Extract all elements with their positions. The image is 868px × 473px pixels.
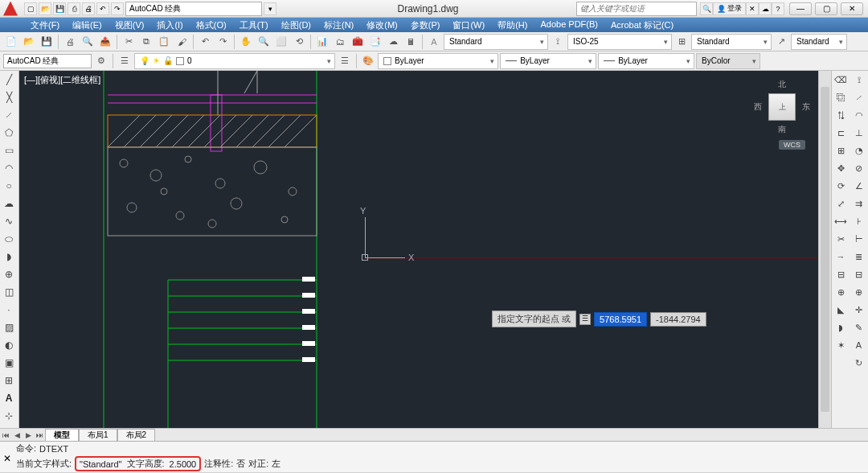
tolerance-icon[interactable]: ⊕: [850, 283, 868, 301]
dimspace-icon[interactable]: ≣: [850, 248, 868, 265]
qdim-icon[interactable]: ⇉: [850, 195, 868, 212]
pline-icon[interactable]: ⟋: [0, 106, 18, 124]
trim-icon[interactable]: ✂: [832, 230, 850, 248]
menu-window[interactable]: 窗口(W): [446, 18, 491, 32]
menu-view[interactable]: 视图(V): [108, 18, 151, 32]
linetype-dropdown[interactable]: ── ByLayer: [500, 53, 596, 69]
ellipse-arc-icon[interactable]: ◗: [0, 248, 18, 265]
menu-draw[interactable]: 绘图(D): [275, 18, 317, 32]
tab-layout2[interactable]: 布局2: [117, 429, 156, 441]
text-style-icon[interactable]: A: [426, 34, 442, 50]
chamfer-icon[interactable]: ◣: [832, 301, 850, 319]
menu-format[interactable]: 格式(O): [190, 18, 233, 32]
dynamic-input-y[interactable]: -1844.2794: [650, 312, 706, 327]
workspace-combo-2[interactable]: AutoCAD 经典: [3, 54, 92, 68]
dimedit-icon[interactable]: ✎: [850, 319, 868, 336]
plot2-icon[interactable]: 🖨: [62, 34, 78, 50]
circle-icon[interactable]: ○: [0, 177, 18, 195]
workspace-dropdown[interactable]: AutoCAD 经典: [125, 2, 262, 16]
menu-insert[interactable]: 插入(I): [150, 18, 189, 32]
new-icon[interactable]: ▢: [24, 2, 37, 15]
polygon-icon[interactable]: ⬠: [0, 124, 18, 142]
vertical-scrollbar[interactable]: [818, 71, 831, 428]
line-icon[interactable]: ╱: [0, 71, 18, 88]
rectangle-icon[interactable]: ▭: [0, 142, 18, 159]
preview-icon[interactable]: 🔍: [80, 34, 96, 50]
copy-icon[interactable]: ⧉: [138, 34, 154, 50]
publish-icon[interactable]: 📤: [97, 34, 113, 50]
text-style-dropdown[interactable]: Standard: [444, 34, 548, 50]
maximize-button[interactable]: ▢: [815, 2, 837, 15]
arc-icon[interactable]: ◠: [0, 159, 18, 177]
block-icon[interactable]: ◫: [0, 283, 18, 301]
extend-icon[interactable]: →: [832, 248, 850, 265]
dimtedit-icon[interactable]: A: [850, 336, 868, 354]
dimbreak-icon[interactable]: ⊟: [850, 265, 868, 283]
copy2-icon[interactable]: ⿻: [832, 88, 850, 106]
break-icon[interactable]: ⊟: [832, 265, 850, 283]
undo2-icon[interactable]: ↶: [197, 34, 213, 50]
layer-filter-icon[interactable]: ☰: [337, 53, 353, 69]
scale-icon[interactable]: ⤢: [832, 195, 850, 212]
insert-icon[interactable]: ⊕: [0, 265, 18, 283]
command-close-icon[interactable]: ✕: [2, 453, 13, 464]
dimbase-icon[interactable]: ⊦: [850, 212, 868, 230]
search-input[interactable]: [576, 2, 697, 16]
view-cube[interactable]: 北 南 西 东 上: [754, 79, 810, 135]
dimcont-icon[interactable]: ⊢: [850, 230, 868, 248]
cloud-icon[interactable]: ☁: [759, 2, 772, 15]
open-file-icon[interactable]: 📂: [21, 34, 37, 50]
wcs-badge[interactable]: WCS: [779, 140, 805, 150]
zoom-window-icon[interactable]: ⬜: [273, 34, 289, 50]
new-file-icon[interactable]: 📄: [3, 34, 19, 50]
rotate-icon[interactable]: ⟳: [832, 177, 850, 195]
menu-adobe-pdf[interactable]: Adobe PDF(B): [534, 18, 604, 32]
mleader-style-icon[interactable]: ↗: [773, 34, 789, 50]
stretch-icon[interactable]: ⟷: [832, 212, 850, 230]
spline-icon[interactable]: ∿: [0, 212, 18, 230]
menu-modify[interactable]: 修改(M): [360, 18, 404, 32]
markup-icon[interactable]: ☁: [385, 34, 401, 50]
redo-icon[interactable]: ↷: [111, 2, 124, 15]
help-icon[interactable]: ?: [772, 2, 784, 15]
centermark-icon[interactable]: ✛: [850, 301, 868, 319]
user-icon[interactable]: 👤登录: [713, 2, 746, 15]
menu-tools[interactable]: 工具(T): [233, 18, 275, 32]
tp-icon[interactable]: 🧰: [350, 34, 366, 50]
dimalign-icon[interactable]: ⟋: [850, 88, 868, 106]
addselected-icon[interactable]: ⊹: [0, 407, 18, 425]
plotstyle-dropdown[interactable]: ByColor: [696, 53, 760, 69]
pan-icon[interactable]: ✋: [238, 34, 254, 50]
menu-file[interactable]: 文件(F): [24, 18, 66, 32]
color-icon[interactable]: 🎨: [360, 53, 376, 69]
zoom-prev-icon[interactable]: ⟲: [291, 34, 307, 50]
dimlin-icon[interactable]: ⟟: [850, 71, 868, 88]
offset-icon[interactable]: ⊏: [832, 124, 850, 142]
menu-help[interactable]: 帮助(H): [491, 18, 534, 32]
dimarc-icon[interactable]: ◠: [850, 106, 868, 124]
drawing-canvas[interactable]: [—][俯视][二维线框]: [19, 71, 818, 428]
mtext-icon[interactable]: A: [0, 389, 18, 407]
fillet-icon[interactable]: ◗: [832, 319, 850, 336]
point-icon[interactable]: ∙: [0, 301, 18, 319]
dimord-icon[interactable]: ⊥: [850, 124, 868, 142]
dim-style-dropdown[interactable]: ISO-25: [567, 34, 672, 50]
lineweight-dropdown[interactable]: ── ByLayer: [598, 53, 694, 69]
tab-layout1[interactable]: 布局1: [79, 429, 117, 441]
prop-icon[interactable]: 📊: [314, 34, 330, 50]
undo-icon[interactable]: ↶: [96, 2, 109, 15]
dim-style-icon[interactable]: ⟟: [550, 34, 566, 50]
saveas-icon[interactable]: ⎙: [68, 2, 80, 15]
revcloud-icon[interactable]: ☁: [0, 195, 18, 212]
open-icon[interactable]: 📂: [39, 2, 51, 15]
dimdia-icon[interactable]: ⊘: [850, 159, 868, 177]
table-style-dropdown[interactable]: Standard: [691, 34, 772, 50]
gradient-icon[interactable]: ◐: [0, 336, 18, 354]
dimupdate-icon[interactable]: ↻: [850, 354, 868, 372]
dimrad-icon[interactable]: ◔: [850, 142, 868, 159]
scroll-thumb[interactable]: [821, 87, 829, 412]
menu-edit[interactable]: 编辑(E): [66, 18, 108, 32]
xline-icon[interactable]: ╳: [0, 88, 18, 106]
table-style-icon[interactable]: ⊞: [674, 34, 690, 50]
tab-first-icon[interactable]: ⏮: [0, 431, 11, 439]
